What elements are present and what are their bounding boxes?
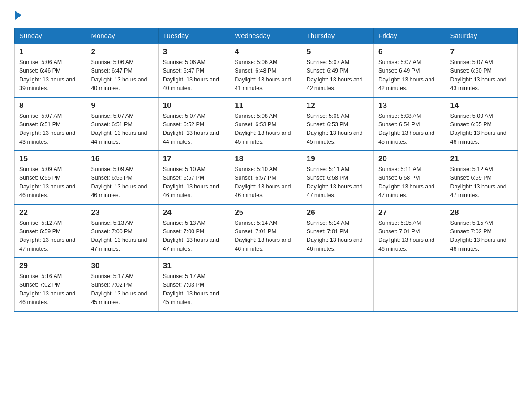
day-info: Sunrise: 5:13 AM Sunset: 7:00 PM Dayligh… xyxy=(163,219,225,254)
calendar-cell: 27 Sunrise: 5:15 AM Sunset: 7:01 PM Dayl… xyxy=(374,204,446,258)
day-number: 15 xyxy=(19,154,82,163)
day-info: Sunrise: 5:08 AM Sunset: 6:53 PM Dayligh… xyxy=(235,112,297,147)
calendar-cell: 24 Sunrise: 5:13 AM Sunset: 7:00 PM Dayl… xyxy=(158,204,230,258)
calendar-cell: 20 Sunrise: 5:11 AM Sunset: 6:58 PM Dayl… xyxy=(374,150,446,204)
calendar-cell: 11 Sunrise: 5:08 AM Sunset: 6:53 PM Dayl… xyxy=(230,97,302,151)
col-header-tuesday: Tuesday xyxy=(158,28,230,44)
day-number: 20 xyxy=(378,154,441,163)
day-info: Sunrise: 5:06 AM Sunset: 6:46 PM Dayligh… xyxy=(19,58,82,93)
day-number: 22 xyxy=(19,208,82,217)
day-number: 17 xyxy=(163,154,225,163)
calendar-cell: 28 Sunrise: 5:15 AM Sunset: 7:02 PM Dayl… xyxy=(446,204,517,258)
day-info: Sunrise: 5:09 AM Sunset: 6:55 PM Dayligh… xyxy=(450,112,513,147)
calendar-cell: 7 Sunrise: 5:07 AM Sunset: 6:50 PM Dayli… xyxy=(446,43,517,97)
calendar-week-row: 22 Sunrise: 5:12 AM Sunset: 6:59 PM Dayl… xyxy=(15,204,518,258)
day-info: Sunrise: 5:15 AM Sunset: 7:02 PM Dayligh… xyxy=(450,219,513,254)
day-number: 27 xyxy=(378,208,441,217)
calendar-cell: 6 Sunrise: 5:07 AM Sunset: 6:49 PM Dayli… xyxy=(374,43,446,97)
day-number: 31 xyxy=(163,261,225,270)
calendar-cell: 25 Sunrise: 5:14 AM Sunset: 7:01 PM Dayl… xyxy=(230,204,302,258)
day-number: 8 xyxy=(19,101,82,110)
day-number: 14 xyxy=(450,101,513,110)
day-info: Sunrise: 5:07 AM Sunset: 6:50 PM Dayligh… xyxy=(450,58,513,93)
day-info: Sunrise: 5:10 AM Sunset: 6:57 PM Dayligh… xyxy=(235,165,297,200)
day-number: 12 xyxy=(307,101,369,110)
day-number: 5 xyxy=(307,47,369,56)
day-info: Sunrise: 5:15 AM Sunset: 7:01 PM Dayligh… xyxy=(378,219,441,254)
calendar-week-row: 8 Sunrise: 5:07 AM Sunset: 6:51 PM Dayli… xyxy=(15,97,518,151)
calendar-cell: 19 Sunrise: 5:11 AM Sunset: 6:58 PM Dayl… xyxy=(302,150,373,204)
day-info: Sunrise: 5:11 AM Sunset: 6:58 PM Dayligh… xyxy=(307,165,369,200)
calendar-header-row: SundayMondayTuesdayWednesdayThursdayFrid… xyxy=(15,28,518,44)
calendar-cell: 31 Sunrise: 5:17 AM Sunset: 7:03 PM Dayl… xyxy=(158,257,230,311)
calendar-cell: 21 Sunrise: 5:12 AM Sunset: 6:59 PM Dayl… xyxy=(446,150,517,204)
col-header-monday: Monday xyxy=(86,28,158,44)
day-number: 18 xyxy=(235,154,297,163)
calendar-cell: 26 Sunrise: 5:14 AM Sunset: 7:01 PM Dayl… xyxy=(302,204,373,258)
calendar-cell: 22 Sunrise: 5:12 AM Sunset: 6:59 PM Dayl… xyxy=(15,204,86,258)
page-header xyxy=(14,11,518,20)
day-number: 25 xyxy=(235,208,297,217)
day-number: 9 xyxy=(91,101,153,110)
day-info: Sunrise: 5:12 AM Sunset: 6:59 PM Dayligh… xyxy=(450,165,513,200)
day-number: 4 xyxy=(235,47,297,56)
day-info: Sunrise: 5:14 AM Sunset: 7:01 PM Dayligh… xyxy=(235,219,297,254)
day-number: 16 xyxy=(91,154,153,163)
calendar-cell: 9 Sunrise: 5:07 AM Sunset: 6:51 PM Dayli… xyxy=(86,97,158,151)
day-info: Sunrise: 5:06 AM Sunset: 6:48 PM Dayligh… xyxy=(235,58,297,93)
day-info: Sunrise: 5:16 AM Sunset: 7:02 PM Dayligh… xyxy=(19,272,82,307)
calendar-cell: 2 Sunrise: 5:06 AM Sunset: 6:47 PM Dayli… xyxy=(86,43,158,97)
day-info: Sunrise: 5:08 AM Sunset: 6:54 PM Dayligh… xyxy=(378,112,441,147)
day-number: 11 xyxy=(235,101,297,110)
day-info: Sunrise: 5:10 AM Sunset: 6:57 PM Dayligh… xyxy=(163,165,225,200)
calendar-cell: 14 Sunrise: 5:09 AM Sunset: 6:55 PM Dayl… xyxy=(446,97,517,151)
day-number: 7 xyxy=(450,47,513,56)
calendar-cell: 13 Sunrise: 5:08 AM Sunset: 6:54 PM Dayl… xyxy=(374,97,446,151)
calendar-cell: 30 Sunrise: 5:17 AM Sunset: 7:02 PM Dayl… xyxy=(86,257,158,311)
day-number: 19 xyxy=(307,154,369,163)
day-info: Sunrise: 5:17 AM Sunset: 7:03 PM Dayligh… xyxy=(163,272,225,307)
day-info: Sunrise: 5:07 AM Sunset: 6:51 PM Dayligh… xyxy=(91,112,153,147)
day-number: 21 xyxy=(450,154,513,163)
day-number: 28 xyxy=(450,208,513,217)
day-number: 30 xyxy=(91,261,153,270)
calendar-cell: 18 Sunrise: 5:10 AM Sunset: 6:57 PM Dayl… xyxy=(230,150,302,204)
col-header-thursday: Thursday xyxy=(302,28,373,44)
day-info: Sunrise: 5:07 AM Sunset: 6:49 PM Dayligh… xyxy=(307,58,369,93)
day-info: Sunrise: 5:06 AM Sunset: 6:47 PM Dayligh… xyxy=(163,58,225,93)
day-number: 2 xyxy=(91,47,153,56)
day-number: 24 xyxy=(163,208,225,217)
calendar-week-row: 1 Sunrise: 5:06 AM Sunset: 6:46 PM Dayli… xyxy=(15,43,518,97)
calendar-cell: 29 Sunrise: 5:16 AM Sunset: 7:02 PM Dayl… xyxy=(15,257,86,311)
day-info: Sunrise: 5:17 AM Sunset: 7:02 PM Dayligh… xyxy=(91,272,153,307)
day-number: 29 xyxy=(19,261,82,270)
calendar-cell xyxy=(302,257,373,311)
calendar-cell: 8 Sunrise: 5:07 AM Sunset: 6:51 PM Dayli… xyxy=(15,97,86,151)
col-header-saturday: Saturday xyxy=(446,28,517,44)
calendar-cell: 17 Sunrise: 5:10 AM Sunset: 6:57 PM Dayl… xyxy=(158,150,230,204)
calendar-cell xyxy=(374,257,446,311)
calendar-cell: 15 Sunrise: 5:09 AM Sunset: 6:55 PM Dayl… xyxy=(15,150,86,204)
logo xyxy=(14,11,22,20)
calendar-cell: 10 Sunrise: 5:07 AM Sunset: 6:52 PM Dayl… xyxy=(158,97,230,151)
logo-area xyxy=(14,11,22,20)
logo-arrow-icon xyxy=(15,11,21,20)
day-number: 6 xyxy=(378,47,441,56)
day-number: 23 xyxy=(91,208,153,217)
calendar-cell: 12 Sunrise: 5:08 AM Sunset: 6:53 PM Dayl… xyxy=(302,97,373,151)
calendar-table: SundayMondayTuesdayWednesdayThursdayFrid… xyxy=(14,28,518,312)
day-info: Sunrise: 5:07 AM Sunset: 6:52 PM Dayligh… xyxy=(163,112,225,147)
calendar-cell xyxy=(230,257,302,311)
day-info: Sunrise: 5:08 AM Sunset: 6:53 PM Dayligh… xyxy=(307,112,369,147)
col-header-sunday: Sunday xyxy=(15,28,86,44)
day-info: Sunrise: 5:07 AM Sunset: 6:51 PM Dayligh… xyxy=(19,112,82,147)
day-info: Sunrise: 5:09 AM Sunset: 6:55 PM Dayligh… xyxy=(19,165,82,200)
calendar-cell: 4 Sunrise: 5:06 AM Sunset: 6:48 PM Dayli… xyxy=(230,43,302,97)
day-info: Sunrise: 5:11 AM Sunset: 6:58 PM Dayligh… xyxy=(378,165,441,200)
day-number: 13 xyxy=(378,101,441,110)
calendar-week-row: 15 Sunrise: 5:09 AM Sunset: 6:55 PM Dayl… xyxy=(15,150,518,204)
day-info: Sunrise: 5:09 AM Sunset: 6:56 PM Dayligh… xyxy=(91,165,153,200)
day-number: 1 xyxy=(19,47,82,56)
calendar-cell: 16 Sunrise: 5:09 AM Sunset: 6:56 PM Dayl… xyxy=(86,150,158,204)
col-header-friday: Friday xyxy=(374,28,446,44)
